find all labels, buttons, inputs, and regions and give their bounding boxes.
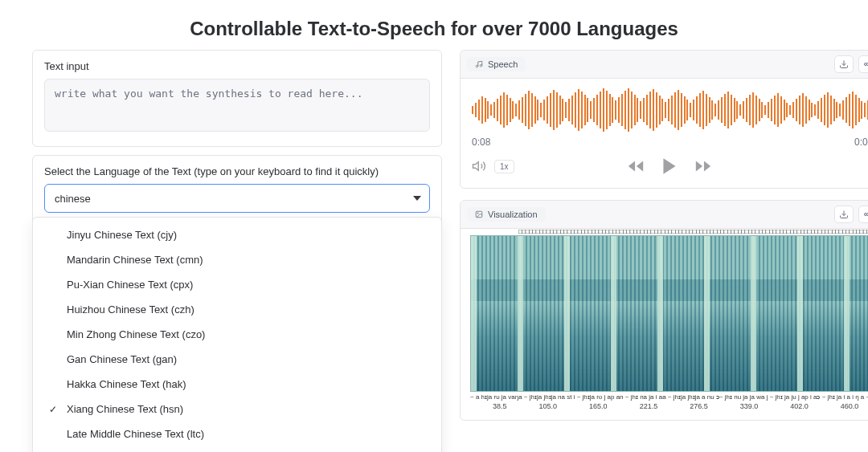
wave-bar (696, 96, 698, 124)
svg-marker-11 (663, 158, 675, 174)
language-option[interactable]: Mandarin Chinese Text (cmn) (33, 247, 441, 272)
wave-bar (640, 101, 641, 119)
language-option[interactable]: Pu-Xian Chinese Text (cpx) (33, 272, 441, 297)
wave-bar (718, 100, 719, 120)
x-tick: 165.0 (589, 402, 608, 410)
language-option-label: Jinyu Chinese Text (cjy) (67, 229, 177, 241)
wave-bar (522, 97, 523, 123)
language-option[interactable]: ✓Xiang Chinese Text (hsn) (33, 397, 441, 421)
language-search-input[interactable] (53, 192, 413, 206)
language-option-label: Xiang Chinese Text (hsn) (67, 403, 183, 415)
x-tick: 339.0 (740, 402, 759, 410)
speech-header-label: Speech (488, 59, 518, 69)
x-tick: 105.0 (539, 402, 558, 410)
wave-bar (861, 101, 862, 119)
wave-bar (789, 105, 791, 115)
wave-bar (624, 91, 626, 129)
wave-bar (752, 92, 754, 128)
wave-bar (525, 94, 526, 126)
left-column: Text input Select the Language of the Te… (32, 50, 442, 228)
viz-share-button[interactable] (858, 206, 868, 223)
wave-bar (603, 88, 604, 132)
language-option-label: Min Zhong Chinese Text (czo) (67, 328, 205, 340)
wave-bar (500, 96, 502, 124)
language-option[interactable]: Huizhou Chinese Text (czh) (33, 297, 441, 322)
wave-bar (864, 103, 866, 117)
wave-bar (631, 92, 633, 128)
wave-bar (833, 99, 835, 121)
wave-bar (671, 96, 673, 124)
rewind-button[interactable] (627, 157, 645, 175)
language-label: Select the Language of the Text (type on… (44, 165, 430, 177)
rewind-icon (627, 157, 645, 175)
wave-bar (637, 98, 638, 122)
wave-bar (661, 99, 663, 121)
x-tick: 402.0 (790, 402, 809, 410)
forward-button[interactable] (694, 157, 712, 175)
wave-bar (780, 96, 782, 124)
speech-panel: Speech 0:08 0:08 (460, 50, 868, 189)
wave-bar (649, 92, 651, 128)
speech-header-pill: Speech (467, 57, 526, 71)
wave-bar (749, 95, 751, 125)
language-option-label: Late Middle Chinese Text (ltc) (67, 428, 204, 440)
check-icon: ✓ (47, 404, 59, 415)
language-option[interactable]: Gan Chinese Text (gan) (33, 347, 441, 372)
wave-bar (596, 95, 598, 125)
wave-bar (852, 92, 854, 128)
page-title: Controllable Text-to-Speech for over 700… (0, 0, 868, 50)
wave-bar (510, 98, 511, 122)
wave-bar (571, 96, 573, 124)
wave-bar (615, 100, 616, 120)
text-input[interactable] (44, 79, 430, 132)
wave-bar (668, 99, 669, 121)
wave-bar (593, 98, 595, 122)
wave-bar (830, 96, 832, 124)
wave-bar (559, 96, 561, 124)
language-option[interactable]: Jinyu Chinese Text (cjy) (33, 222, 441, 247)
viz-download-button[interactable] (834, 206, 854, 223)
wave-bar (584, 95, 586, 125)
time-elapsed: 0:08 (472, 136, 490, 148)
wave-bar (540, 103, 542, 117)
language-option[interactable]: Min Zhong Chinese Text (czo) (33, 322, 441, 347)
text-input-label: Text input (44, 60, 430, 72)
transport-center (627, 156, 712, 177)
svg-marker-13 (696, 161, 702, 172)
x-tick: 38.5 (493, 402, 507, 410)
speed-box[interactable]: 1x (494, 160, 514, 173)
wave-bar (659, 96, 661, 124)
wave-bar (755, 96, 757, 124)
wave-bar (634, 95, 636, 125)
language-dropdown[interactable]: Jinyu Chinese Text (cjy)Mandarin Chinese… (32, 217, 442, 452)
wave-bar (665, 102, 666, 118)
wave-bar (600, 92, 601, 128)
spectrogram (470, 235, 868, 392)
svg-marker-8 (473, 162, 479, 171)
wave-bar (550, 93, 551, 127)
wave-bar (547, 96, 548, 124)
language-option-label: Pu-Xian Chinese Text (cpx) (67, 279, 193, 291)
svg-point-18 (865, 214, 867, 216)
language-option[interactable]: Hakka Chinese Text (hak) (33, 372, 441, 397)
wave-bar (845, 97, 847, 123)
wave-bar (771, 99, 772, 121)
download-icon (839, 59, 849, 69)
wave-bar (537, 100, 538, 120)
language-option-label: Huizhou Chinese Text (czh) (67, 303, 194, 316)
waveform[interactable] (472, 87, 868, 133)
speech-body: 0:08 0:08 1x (461, 79, 868, 188)
wave-bar (774, 96, 776, 124)
language-option-label: Mandarin Chinese Text (cmn) (67, 254, 203, 266)
download-button[interactable] (834, 55, 854, 73)
wave-bar (562, 99, 563, 121)
play-button[interactable] (659, 156, 680, 177)
language-option[interactable]: Late Middle Chinese Text (ltc) (33, 421, 441, 446)
language-selector[interactable] (44, 184, 430, 213)
x-tick: 221.5 (640, 402, 658, 410)
language-option[interactable]: Literary Chinese Text (lzh) (33, 446, 441, 452)
volume-button[interactable] (472, 159, 486, 173)
wave-bar (721, 97, 723, 123)
share-button[interactable] (858, 55, 868, 73)
svg-point-0 (476, 65, 478, 67)
